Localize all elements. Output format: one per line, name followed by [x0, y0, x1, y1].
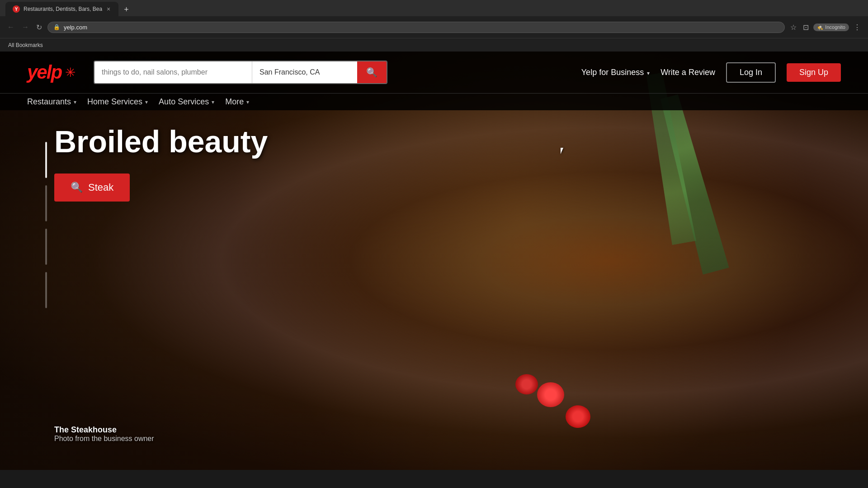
forward-button[interactable]: →: [20, 21, 31, 33]
search-what-input[interactable]: [94, 61, 252, 83]
photo-credit-title: The Steakhouse: [54, 425, 154, 435]
profile-button[interactable]: ⊡: [801, 21, 811, 33]
tab-title: Restaurants, Dentists, Bars, Bea: [24, 6, 102, 12]
photo-credit: The Steakhouse Photo from the business o…: [54, 425, 154, 443]
all-bookmarks-link[interactable]: All Bookmarks: [5, 41, 46, 49]
hero-cta-label: Steak: [88, 182, 113, 193]
address-bar[interactable]: 🔒 yelp.com: [47, 22, 785, 33]
auto-services-chevron: ▾: [212, 99, 214, 105]
header-top: yelp ✳ 🔍 Yelp for Business ▾ Write: [0, 52, 868, 93]
tab-favicon: Y: [13, 5, 20, 13]
bookmarks-bar: All Bookmarks: [0, 38, 868, 52]
tomato-decoration-1: [537, 382, 564, 407]
incognito-icon: 🕵: [817, 24, 823, 30]
hero-title: Broiled beauty: [54, 124, 268, 159]
slide-dot-4[interactable]: [45, 272, 47, 308]
subnav-home-services[interactable]: Home Services ▾: [87, 97, 159, 107]
slide-dot-3[interactable]: [45, 229, 47, 265]
search-button[interactable]: 🔍: [357, 61, 387, 83]
sign-up-button[interactable]: Sign Up: [787, 63, 841, 82]
incognito-label: Incognito: [825, 24, 845, 30]
slide-indicators: [45, 142, 47, 308]
lock-icon: 🔒: [53, 24, 60, 30]
browser-chrome: Y Restaurants, Dentists, Bars, Bea × + ←…: [0, 0, 868, 52]
yelp-for-business-link[interactable]: Yelp for Business ▾: [581, 68, 650, 77]
hero-food-overlay: [0, 52, 868, 470]
subnav-restaurants[interactable]: Restaurants ▾: [27, 97, 87, 107]
more-chevron: ▾: [246, 99, 249, 105]
subnav: Restaurants ▾ Home Services ▾ Auto Servi…: [0, 93, 868, 110]
home-services-chevron: ▾: [145, 99, 148, 105]
search-container: 🔍: [94, 61, 387, 84]
incognito-badge: 🕵 Incognito: [813, 23, 849, 31]
restaurants-chevron: ▾: [74, 99, 76, 105]
nav-bar: ← → ↻ 🔒 yelp.com ☆ ⊡ 🕵 Incognito ⋮: [0, 16, 868, 38]
hero-cta-button[interactable]: 🔍 Steak: [54, 174, 130, 202]
hero-cta-icon: 🔍: [71, 182, 83, 193]
search-icon: 🔍: [366, 67, 377, 78]
bookmark-button[interactable]: ☆: [788, 21, 798, 33]
url-text: yelp.com: [64, 24, 779, 31]
slide-dot-1[interactable]: [45, 142, 47, 178]
hero-content: Broiled beauty 🔍 Steak: [54, 124, 268, 202]
header-nav: Yelp for Business ▾ Write a Review Log I…: [581, 62, 841, 83]
subnav-auto-services[interactable]: Auto Services ▾: [159, 97, 225, 107]
yelp-logo[interactable]: yelp ✳: [27, 61, 75, 83]
subnav-more[interactable]: More ▾: [225, 97, 260, 107]
yelp-logo-text: yelp: [27, 61, 61, 83]
photo-credit-subtitle: Photo from the business owner: [54, 435, 154, 443]
write-review-link[interactable]: Write a Review: [660, 68, 715, 77]
nav-actions: ☆ ⊡ 🕵 Incognito ⋮: [788, 21, 863, 33]
tab-close-button[interactable]: ×: [106, 5, 111, 14]
log-in-button[interactable]: Log In: [726, 62, 776, 83]
search-where-input[interactable]: [252, 61, 357, 83]
yelp-logo-burst: ✳: [65, 65, 75, 80]
yelp-header: yelp ✳ 🔍 Yelp for Business ▾ Write: [0, 52, 868, 110]
active-tab[interactable]: Y Restaurants, Dentists, Bars, Bea ×: [5, 2, 118, 16]
refresh-button[interactable]: ↻: [34, 21, 44, 33]
tab-bar: Y Restaurants, Dentists, Bars, Bea × +: [0, 0, 868, 16]
yelp-site: yelp ✳ 🔍 Yelp for Business ▾ Write: [0, 52, 868, 470]
new-tab-button[interactable]: +: [120, 3, 132, 16]
yelp-for-business-chevron: ▾: [647, 70, 650, 76]
menu-button[interactable]: ⋮: [852, 21, 863, 33]
tomato-decoration-2: [566, 405, 590, 428]
back-button[interactable]: ←: [5, 21, 16, 33]
slide-dot-2[interactable]: [45, 185, 47, 221]
